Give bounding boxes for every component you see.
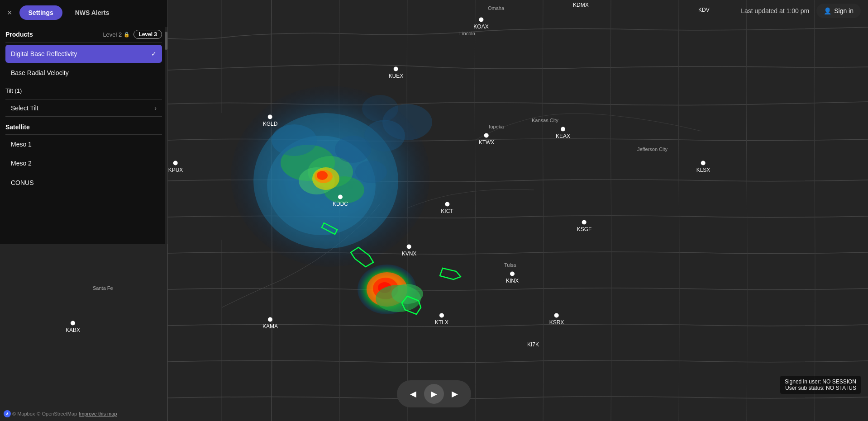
svg-point-14 — [272, 124, 317, 156]
menu-item-base-radial-velocity[interactable]: Base Radial Velocity — [5, 64, 162, 82]
scrollbar-thumb[interactable] — [165, 32, 167, 50]
tab-nws-alerts[interactable]: NWS Alerts — [66, 5, 119, 20]
play-pause-button[interactable]: ▶ — [424, 384, 444, 404]
products-title: Products — [5, 31, 33, 38]
satellite-section: Satellite Meso 1 Meso 2 CONUS — [5, 117, 162, 192]
check-icon: ✓ — [151, 50, 157, 57]
svg-point-16 — [355, 161, 387, 183]
status-panel: Signed in user: NO SESSION User sub stat… — [780, 376, 861, 394]
level-selector: Level 2 🔒 Level 3 — [103, 30, 162, 39]
sidebar-header: × Settings NWS Alerts — [0, 0, 167, 25]
level2-label: Level 2 🔒 — [103, 31, 130, 38]
mapbox-logo: © Mapbox — [4, 410, 35, 417]
base-radial-velocity-label: Base Radial Velocity — [11, 69, 69, 76]
select-tilt-row[interactable]: Select Tilt › — [5, 100, 162, 117]
digital-base-reflectivity-label: Digital Base Reflectivity — [11, 50, 77, 57]
sidebar-panel: × Settings NWS Alerts Products Level 2 🔒… — [0, 0, 167, 244]
scrollbar-track[interactable] — [165, 27, 167, 244]
products-section-header: Products Level 2 🔒 Level 3 — [5, 25, 162, 43]
sidebar-content[interactable]: Products Level 2 🔒 Level 3 Digital Base … — [0, 25, 167, 244]
conus-label: CONUS — [11, 179, 34, 186]
meso2-label: Meso 2 — [11, 160, 32, 167]
playback-controls: ◀ ▶ ▶ — [397, 380, 471, 407]
user-icon: 👤 — [824, 7, 831, 14]
last-updated-text: Last updated at 1:00 pm — [741, 7, 809, 14]
signed-in-status: Signed in user: NO SESSION — [785, 378, 856, 385]
chevron-right-icon: › — [154, 104, 157, 112]
sign-in-button[interactable]: 👤 Sign in — [816, 4, 861, 18]
top-bar: Last updated at 1:00 pm 👤 Sign in — [734, 0, 868, 22]
svg-point-19 — [362, 95, 398, 122]
tab-settings[interactable]: Settings — [19, 5, 62, 20]
map-attribution: © Mapbox © OpenStreetMap Improve this ma… — [4, 410, 117, 417]
satellite-item-meso1[interactable]: Meso 1 — [5, 135, 162, 154]
station-ki7k-label: KI7K — [527, 341, 539, 348]
close-button[interactable]: × — [5, 6, 14, 19]
svg-point-13 — [317, 171, 328, 180]
tilt-label: Tilt (1) — [5, 87, 162, 94]
prev-button[interactable]: ◀ — [404, 385, 422, 403]
station-kdmx-label: KDMX — [573, 2, 589, 8]
tilt-section: Tilt (1) — [5, 83, 162, 100]
select-tilt-label: Select Tilt — [11, 104, 38, 112]
satellite-item-meso2[interactable]: Meso 2 — [5, 154, 162, 173]
lock-icon: 🔒 — [124, 32, 130, 38]
satellite-item-conus[interactable]: CONUS — [5, 173, 162, 192]
level3-button[interactable]: Level 3 — [134, 30, 162, 39]
sub-status: User sub status: NO STATUS — [785, 385, 856, 391]
station-kdv-label: KDV — [698, 7, 710, 13]
menu-item-digital-base-reflectivity[interactable]: Digital Base Reflectivity ✓ — [5, 45, 162, 63]
meso1-label: Meso 1 — [11, 141, 32, 148]
next-button[interactable]: ▶ — [446, 385, 464, 403]
satellite-title: Satellite — [5, 119, 162, 135]
